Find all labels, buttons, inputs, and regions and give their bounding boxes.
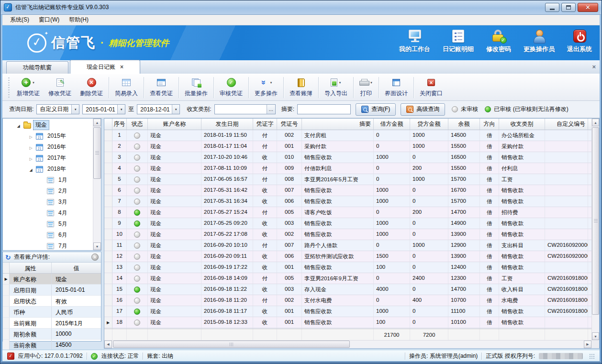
journal-row-8[interactable]: 8现金2017-05-27 15:24付005请客户吃饭020014700借招待…: [104, 207, 591, 218]
column-header-category[interactable]: 收支类别: [499, 119, 545, 130]
query-button[interactable]: 查询(F): [356, 103, 396, 116]
journal-row-16[interactable]: 16现金2016-09-18 11:20付002支付水电费040010700借水…: [104, 295, 591, 306]
journal-row-5[interactable]: 5现金2017-06-05 16:57付008李亚男2016年5月工资01000…: [104, 174, 591, 185]
category-input[interactable]: [215, 105, 267, 114]
tree-item-1月[interactable]: 1月: [3, 175, 93, 186]
chevron-down-icon[interactable]: [172, 105, 179, 114]
horizontal-scrollbar-thumb[interactable]: [113, 341, 350, 348]
journal-row-1[interactable]: 1现金2018-01-19 11:50付002支付房租0100014500借办公…: [104, 130, 591, 141]
details-row-期初余额[interactable]: 期初余额10000: [3, 329, 101, 340]
toolbar-button-更多操作[interactable]: 更多操作: [250, 76, 282, 99]
expand-icon[interactable]: [28, 155, 34, 162]
expand-icon[interactable]: [28, 133, 34, 140]
dropdown-caret-icon[interactable]: [339, 81, 342, 84]
scroll-up-icon[interactable]: [93, 119, 101, 126]
scroll-down-icon[interactable]: [93, 243, 101, 250]
toolbar-button-关闭窗口[interactable]: 关闭窗口: [415, 76, 447, 99]
tree-item-3月[interactable]: 3月: [3, 197, 93, 208]
column-header-balance[interactable]: 余额: [448, 119, 480, 130]
column-header-status[interactable]: 状态: [127, 119, 148, 130]
column-header-date[interactable]: 发生日期: [201, 119, 253, 130]
chevron-down-icon[interactable]: [117, 105, 125, 114]
column-header-no[interactable]: 序号: [112, 119, 127, 130]
toolbar-button-查看凭证[interactable]: 查看凭证: [145, 76, 177, 99]
panel-close-icon[interactable]: [91, 254, 99, 261]
dropdown-caret-icon[interactable]: [370, 81, 373, 84]
tree-item-5月[interactable]: 5月: [3, 219, 93, 230]
details-row-当前余额[interactable]: 当前余额14500: [3, 340, 101, 351]
menu-item-帮助(H)[interactable]: 帮助(H): [64, 14, 93, 25]
tree-item-6月[interactable]: 6月: [3, 230, 93, 241]
scroll-down-icon[interactable]: [592, 332, 599, 340]
collapse-icon[interactable]: [15, 122, 22, 129]
toolbar-button-批量操作[interactable]: 批量操作: [180, 76, 212, 99]
column-header-word[interactable]: 凭证字: [253, 119, 277, 130]
banner-action-退出系统[interactable]: 退出系统: [567, 29, 592, 54]
details-row-启用状态[interactable]: 启用状态有效: [3, 296, 101, 307]
dropdown-caret-icon[interactable]: [32, 81, 35, 84]
tab-现金日记账[interactable]: 现金日记账: [70, 60, 140, 74]
journal-row-15[interactable]: 15现金2016-09-18 11:22收003存入现金4000014700借收…: [104, 284, 591, 295]
toolbar-button-修改凭证[interactable]: 修改凭证: [44, 76, 76, 99]
column-header-custom[interactable]: 自定义编号: [545, 119, 588, 130]
scroll-right-icon[interactable]: [584, 341, 591, 348]
toolbar-button-新增凭证[interactable]: 新增凭证: [12, 76, 44, 99]
banner-action-日记账明细[interactable]: 日记账明细: [443, 29, 474, 54]
details-row-币种[interactable]: 币种人民币: [3, 307, 101, 318]
details-row-启用日期[interactable]: 启用日期2015-01-01: [3, 285, 101, 296]
journal-row-4[interactable]: 4现金2017-08-11 10:09付009付借款利息020015500借付利…: [104, 163, 591, 174]
banner-action-我的工作台[interactable]: 我的工作台: [399, 29, 430, 54]
column-header-credit[interactable]: 贷方金额: [410, 119, 448, 130]
tree-item-4月[interactable]: 4月: [3, 208, 93, 219]
collapse-icon[interactable]: [28, 166, 34, 173]
date-mode-select[interactable]: 自定义日期: [36, 104, 79, 114]
tree-item-2016年[interactable]: 2016年: [3, 142, 93, 153]
resize-grip[interactable]: [589, 353, 595, 359]
journal-row-17[interactable]: 17现金2016-09-18 11:17收001销售应收款1000011100借…: [104, 306, 591, 317]
menu-item-窗口(W)[interactable]: 窗口(W): [34, 14, 64, 25]
tree-item-2月[interactable]: 2月: [3, 186, 93, 197]
toolbar-button-界面设计[interactable]: 界面设计: [380, 76, 412, 99]
journal-row-2[interactable]: 2现金2018-01-17 11:04付001采购付款0100015500借采购…: [104, 141, 591, 152]
toolbar-button-审核凭证[interactable]: 审核凭证: [215, 76, 247, 99]
advanced-query-button[interactable]: 高级查询: [401, 103, 445, 116]
toolbar-button-简易录入[interactable]: 简易录入: [111, 76, 142, 99]
summary-input[interactable]: [297, 104, 351, 114]
toolbar-button-导入导出[interactable]: 导入导出: [320, 76, 352, 99]
journal-row-18[interactable]: ▶18现金2015-09-18 12:33收001销售应收款100010100借…: [104, 317, 591, 328]
tree-item-2018年[interactable]: 2018年: [3, 164, 93, 175]
grid-vertical-scrollbar[interactable]: [591, 119, 599, 340]
expand-icon[interactable]: [28, 144, 34, 151]
journal-row-12[interactable]: 12现金2016-09-20 09:11收006亚拓软件测试应收款1500013…: [104, 251, 591, 262]
journal-row-3[interactable]: 3现金2017-10-20 10:46收010销售应收款1000016500借销…: [104, 152, 591, 163]
vertical-scrollbar-thumb[interactable]: [592, 127, 599, 315]
column-header-summary[interactable]: 摘要: [302, 119, 374, 130]
refresh-icon[interactable]: [5, 254, 11, 261]
tree-item-2017年[interactable]: 2017年: [3, 153, 93, 164]
journal-row-7[interactable]: 7现金2017-05-31 16:34收006销售应收款1000015700借销…: [104, 196, 591, 207]
details-row-当前账期[interactable]: 当前账期2015年1月: [3, 318, 101, 329]
column-header-number[interactable]: 凭证号: [277, 119, 302, 130]
column-header-direction[interactable]: 方向: [480, 119, 499, 130]
category-picker-button[interactable]: …: [267, 105, 275, 114]
journal-row-11[interactable]: 11现金2016-09-20 10:10付007路丹个人借款0100012900…: [104, 240, 591, 251]
toolbar-button-打印[interactable]: 打印: [355, 76, 377, 99]
tree-item-现金[interactable]: 现金: [3, 120, 93, 131]
chevron-down-icon[interactable]: [71, 105, 79, 114]
journal-row-6[interactable]: 6现金2017-05-31 16:42收007销售应收款1000016700借销…: [104, 185, 591, 196]
scroll-up-icon[interactable]: [592, 119, 599, 126]
tab-close-icon[interactable]: [120, 64, 123, 70]
tree-scrollbar[interactable]: [93, 119, 101, 250]
column-header-account[interactable]: 账户名称: [148, 119, 201, 130]
date-to-select[interactable]: 2018-12-01: [137, 104, 180, 114]
dropdown-caret-icon[interactable]: [270, 81, 273, 84]
tree-item-7月[interactable]: 7月: [3, 241, 93, 251]
tree-scrollbar-thumb[interactable]: [93, 127, 101, 179]
toolbar-button-删除凭证[interactable]: 删除凭证: [76, 76, 107, 99]
journal-row-13[interactable]: 13现金2016-09-19 17:22收001销售应收款100012400借销…: [104, 262, 591, 273]
journal-row-14[interactable]: 14现金2016-09-18 14:09付005李亚男2016年9月工资0240…: [104, 273, 591, 284]
tree-item-2015年[interactable]: 2015年: [3, 131, 93, 142]
banner-action-修改密码[interactable]: 修改密码: [486, 29, 511, 54]
toolbar-button-查看账簿[interactable]: 查看账簿: [285, 76, 317, 99]
details-row-账户名称[interactable]: ▶账户名称现金: [3, 274, 101, 285]
